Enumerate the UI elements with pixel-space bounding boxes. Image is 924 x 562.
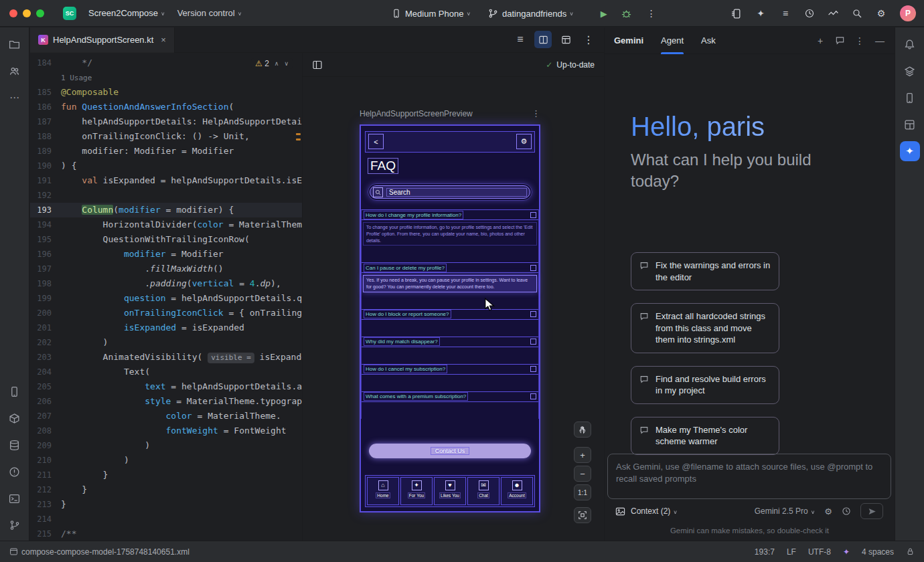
layout-inspector-tool-button[interactable]: [900, 114, 920, 134]
code-line[interactable]: 201 isExpanded = isExpanded: [30, 320, 302, 335]
code-line[interactable]: 1 Usage: [30, 70, 302, 85]
lock-icon[interactable]: [906, 547, 915, 556]
code-line[interactable]: 190) {: [30, 159, 302, 173]
code-line[interactable]: 198 .padding(vertical = 4.dp),: [30, 276, 302, 291]
emulator-tool-button[interactable]: [900, 88, 920, 108]
pan-tool-button[interactable]: [574, 421, 591, 438]
ai-status-icon[interactable]: ✦: [843, 547, 850, 557]
history-icon[interactable]: [842, 506, 851, 516]
more-actions-icon[interactable]: ⋮: [645, 7, 658, 19]
avatar[interactable]: P: [900, 5, 916, 21]
hide-panel-icon[interactable]: —: [874, 35, 885, 46]
code-line[interactable]: 187 helpAndSupportDetails: HelpAndSuppor…: [30, 114, 302, 129]
caret-position[interactable]: 193:7: [755, 547, 775, 557]
device-manager-icon[interactable]: [730, 8, 742, 19]
inspection-widget[interactable]: ⚠ 2 ∧ ∨: [251, 58, 293, 69]
code-line[interactable]: 210 ): [30, 453, 302, 468]
attach-image-icon[interactable]: [615, 506, 625, 517]
zoom-to-fit-button[interactable]: [574, 507, 591, 523]
file-encoding[interactable]: UTF-8: [808, 547, 831, 557]
code-line[interactable]: 206 style = MaterialTheme.typography.bod…: [30, 394, 302, 409]
expand-icon[interactable]: [530, 339, 536, 345]
faq-question-row[interactable]: Can I pause or delete my profile?: [362, 262, 538, 273]
profiler-icon[interactable]: [828, 8, 839, 19]
faq-question-row[interactable]: How do I block or report someone?: [362, 309, 538, 320]
warning-stripe-mark[interactable]: [296, 138, 301, 140]
terminal-tool-button[interactable]: [5, 488, 25, 508]
running-devices-tool-button[interactable]: [5, 381, 25, 401]
back-button[interactable]: <: [368, 134, 384, 149]
code-line[interactable]: 185@Composable: [30, 85, 302, 100]
suggestion-card[interactable]: Extract all hardcoded strings from this …: [631, 303, 779, 353]
app-insights-tool-button[interactable]: [5, 408, 25, 428]
branch-selector[interactable]: datingandfriends∨: [488, 8, 574, 19]
search-icon[interactable]: [852, 8, 862, 19]
faq-question-row[interactable]: How do I cancel my subscription?: [362, 364, 538, 375]
project-tool-button[interactable]: [5, 34, 25, 54]
nav-item-home[interactable]: ⌂Home: [367, 477, 399, 505]
code-line[interactable]: 213}: [30, 497, 302, 512]
prev-problem-icon[interactable]: ∧: [275, 60, 279, 67]
nav-item-account[interactable]: ☻Account: [501, 477, 533, 505]
code-line[interactable]: 194 HorizontalDivider(color = MaterialTh…: [30, 217, 302, 232]
expand-icon[interactable]: [530, 366, 536, 372]
vcs-tool-button[interactable]: [5, 515, 25, 535]
gemini-prompt-input[interactable]: Ask Gemini, use @filename to attach sour…: [607, 454, 891, 499]
code-line[interactable]: 196 modifier = Modifier: [30, 247, 302, 262]
expand-icon[interactable]: [530, 212, 536, 218]
device-explorer-tool-button[interactable]: [900, 61, 920, 81]
code-line[interactable]: 200 onTrailingIconClick = { onTrailingIc…: [30, 306, 302, 320]
device-selector[interactable]: Medium Phone∨: [392, 8, 471, 19]
code-line[interactable]: 212 }: [30, 482, 302, 497]
zoom-out-button[interactable]: −: [574, 466, 591, 482]
code-line[interactable]: 214: [30, 512, 302, 527]
code-line[interactable]: 202 ): [30, 335, 302, 350]
contact-us-button[interactable]: Contact Us: [369, 444, 531, 458]
phone-preview-frame[interactable]: < ⚙ FAQ Search How do I change my profil…: [360, 124, 540, 512]
tab-ask[interactable]: Ask: [701, 27, 716, 54]
editor-more-icon[interactable]: ⋮: [580, 31, 597, 48]
suggestion-card[interactable]: Make my Theme's color scheme warmer: [631, 417, 779, 455]
close-tab-icon[interactable]: ×: [161, 35, 166, 45]
gemini-tool-button[interactable]: ✦: [900, 141, 920, 161]
nav-item-chat[interactable]: ✉Chat: [467, 477, 499, 505]
expand-icon[interactable]: [530, 311, 536, 317]
zoom-window-button[interactable]: [36, 9, 44, 17]
settings-gear-icon[interactable]: ⚙: [516, 134, 532, 149]
faq-question-row[interactable]: Why did my match disappear?: [362, 337, 538, 347]
code-line[interactable]: 205 text = helpAndSupportDetails.answer,: [30, 379, 302, 394]
code-line[interactable]: 204 Text(: [30, 365, 302, 379]
code-line[interactable]: 188 onTrailingIconClick: () -> Unit,: [30, 129, 302, 144]
settings-icon[interactable]: ⚙: [875, 7, 887, 19]
code-line[interactable]: 207 color = MaterialTheme.: [30, 409, 302, 424]
editor-tab[interactable]: K HelpAndSupportScreen.kt ×: [30, 27, 175, 53]
code-view-button[interactable]: ≡: [512, 31, 529, 48]
new-chat-icon[interactable]: +: [815, 35, 826, 46]
build-tool-button[interactable]: [5, 435, 25, 455]
line-separator[interactable]: LF: [787, 547, 796, 557]
window-controls[interactable]: [9, 9, 44, 17]
code-line[interactable]: 203 AnimatedVisibility( visible = isExpa…: [30, 350, 302, 365]
code-editor[interactable]: 184 */1 Usage185@Composable186fun Questi…: [30, 53, 302, 541]
context-selector[interactable]: Context (2)∨: [631, 506, 678, 516]
project-menu[interactable]: Screen2Compose∨: [88, 8, 165, 18]
expand-icon[interactable]: [530, 393, 536, 399]
vcs-menu[interactable]: Version control∨: [177, 8, 242, 18]
code-line[interactable]: 189 modifier: Modifier = Modifier: [30, 144, 302, 159]
tab-agent[interactable]: Agent: [661, 27, 684, 54]
preview-layout-icon[interactable]: [312, 60, 323, 70]
next-problem-icon[interactable]: ∨: [284, 60, 289, 67]
code-line[interactable]: 191 val isExpanded = helpAndSupportDetai…: [30, 173, 302, 188]
chat-history-icon[interactable]: [835, 35, 845, 45]
zoom-in-button[interactable]: +: [574, 447, 591, 463]
structure-icon[interactable]: ≡: [779, 7, 791, 19]
code-line[interactable]: 199 question = helpAndSupportDetails.que…: [30, 291, 302, 306]
code-line[interactable]: 197 .fillMaxWidth(): [30, 262, 302, 276]
split-view-button[interactable]: [534, 31, 552, 48]
zoom-actual-size-button[interactable]: 1:1: [574, 484, 591, 500]
preview-more-icon[interactable]: ⋮: [532, 108, 540, 118]
code-line[interactable]: 193 Column(modifier = modifier) {: [30, 203, 302, 217]
preview-canvas[interactable]: HelpAndSupportScreenPreview ⋮ < ⚙ FAQ Se…: [303, 77, 604, 541]
code-line[interactable]: 186fun QuestionAndAnswerInfoSection(: [30, 100, 302, 114]
faq-question-row[interactable]: How do I change my profile information?: [362, 209, 538, 220]
